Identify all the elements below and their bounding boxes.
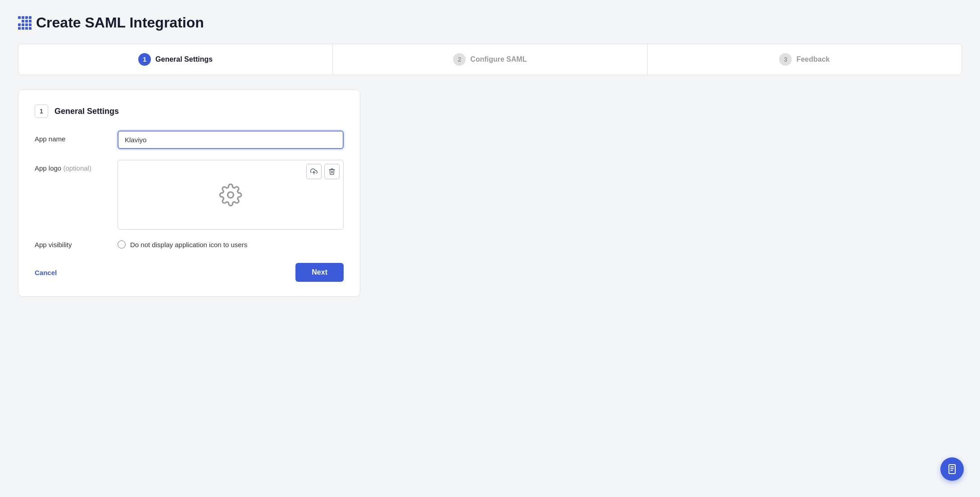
delete-logo-button[interactable] <box>324 164 340 179</box>
step-general-settings[interactable]: 1 General Settings <box>18 44 333 75</box>
logo-upload-buttons <box>306 164 340 179</box>
step-configure-saml[interactable]: 2 Configure SAML <box>333 44 647 75</box>
upload-logo-button[interactable] <box>306 164 322 179</box>
form-card: 1 General Settings App name App logo (op… <box>18 90 360 297</box>
app-visibility-option: Do not display application icon to users <box>130 241 247 248</box>
stepper: 1 General Settings 2 Configure SAML 3 Fe… <box>18 44 962 75</box>
cancel-button[interactable]: Cancel <box>35 269 57 276</box>
step-2-number: 2 <box>453 53 466 66</box>
step-1-label: General Settings <box>155 55 213 63</box>
page-title: Create SAML Integration <box>36 14 204 31</box>
page-title-area: Create SAML Integration <box>18 14 962 31</box>
app-logo-row: App logo (optional) <box>35 160 344 230</box>
section-header: 1 General Settings <box>35 104 344 118</box>
app-visibility-label: App visibility <box>35 241 107 248</box>
app-logo-label: App logo (optional) <box>35 160 107 172</box>
section-title: General Settings <box>54 107 119 116</box>
app-visibility-radio[interactable] <box>118 240 126 248</box>
section-number: 1 <box>35 104 48 118</box>
step-feedback[interactable]: 3 Feedback <box>648 44 962 75</box>
logo-upload-area[interactable] <box>118 160 344 230</box>
upload-icon <box>310 168 318 175</box>
trash-icon <box>328 168 336 175</box>
next-button[interactable]: Next <box>295 263 344 282</box>
app-visibility-row: App visibility Do not display applicatio… <box>35 240 344 248</box>
app-name-label: App name <box>35 131 107 143</box>
svg-point-1 <box>228 192 234 198</box>
step-3-number: 3 <box>779 53 792 66</box>
document-icon <box>947 464 957 474</box>
floating-action-button[interactable] <box>940 457 964 481</box>
step-1-number: 1 <box>138 53 151 66</box>
app-logo-control <box>118 160 344 230</box>
grid-icon <box>18 16 32 30</box>
app-name-row: App name <box>35 131 344 149</box>
step-2-label: Configure SAML <box>470 55 526 63</box>
gear-placeholder-icon <box>219 183 242 207</box>
radio-wrap: Do not display application icon to users <box>118 240 247 248</box>
app-name-control <box>118 131 344 149</box>
form-actions: Cancel Next <box>35 263 344 282</box>
step-3-label: Feedback <box>796 55 830 63</box>
app-name-input[interactable] <box>118 131 344 149</box>
